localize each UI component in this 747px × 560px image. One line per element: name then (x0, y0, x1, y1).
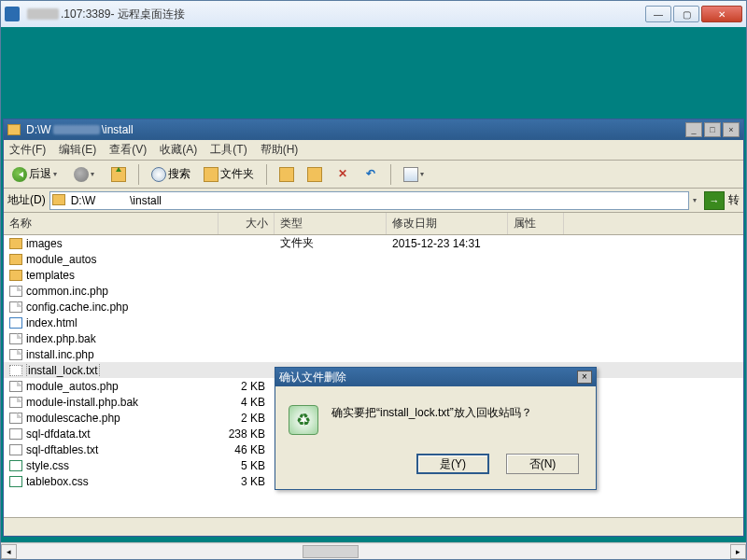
file-icon (9, 460, 22, 471)
explorer-window: D:\W \install _ □ × 文件(F) 编辑(E) 查看(V) 收藏… (3, 119, 744, 537)
file-icon (9, 365, 22, 376)
file-name: modulescache.php (26, 412, 120, 425)
scroll-track[interactable] (17, 544, 730, 559)
file-icon (9, 286, 22, 297)
rdp-titlebar[interactable]: .107:3389 - 远程桌面连接 — ▢ ✕ (1, 1, 746, 27)
forward-button[interactable]: ▾ (69, 164, 103, 185)
up-button[interactable] (106, 164, 131, 185)
col-type[interactable]: 类型 (275, 213, 387, 234)
rdp-window: .107:3389 - 远程桌面连接 — ▢ ✕ D:\W \install _… (0, 0, 747, 560)
menu-tools[interactable]: 工具(T) (210, 142, 247, 158)
file-icon (9, 301, 22, 313)
file-size: 5 KB (218, 459, 275, 472)
file-size: 3 KB (218, 475, 275, 488)
col-size[interactable]: 大小 (218, 213, 275, 234)
undo-icon: ↶ (363, 167, 378, 182)
file-icon (9, 238, 22, 249)
dialog-titlebar[interactable]: 确认文件删除 × (275, 368, 596, 386)
file-row[interactable]: index.php.bak (4, 330, 743, 346)
file-icon (9, 428, 22, 440)
menu-edit[interactable]: 编辑(E) (59, 142, 96, 158)
file-name: install.inc.php (26, 348, 94, 361)
chevron-down-icon[interactable]: ▾ (693, 196, 700, 204)
file-row[interactable]: install.inc.php (4, 346, 743, 362)
move-to-button[interactable] (275, 164, 299, 185)
scroll-left-button[interactable]: ◂ (1, 544, 17, 559)
blurred-text (27, 8, 59, 20)
search-button[interactable]: 搜索 (147, 164, 195, 185)
chevron-down-icon: ▾ (91, 170, 98, 178)
file-name: install_lock.txt (26, 364, 100, 377)
file-row[interactable]: index.html (4, 315, 743, 330)
file-type: 文件夹 (275, 235, 387, 251)
file-icon (9, 397, 22, 408)
file-icon (9, 444, 22, 455)
file-name: templates (26, 269, 75, 282)
separator (266, 164, 267, 185)
menu-file[interactable]: 文件(F) (9, 142, 46, 158)
col-attr[interactable]: 属性 (508, 213, 564, 234)
scroll-right-button[interactable]: ▸ (730, 544, 746, 559)
copy-icon (307, 167, 322, 182)
file-name: module_autos (26, 253, 96, 266)
file-icon (9, 270, 22, 281)
explorer-minimize-button[interactable]: _ (685, 122, 702, 137)
file-icon (9, 254, 22, 265)
copy-to-button[interactable] (303, 164, 327, 185)
no-button[interactable]: 否(N) (506, 454, 579, 474)
views-button[interactable]: ▾ (399, 164, 432, 185)
separator (138, 164, 139, 185)
file-row[interactable]: common.inc.php (4, 283, 743, 299)
toolbar: 后退▾ ▾ 搜索 文件夹 ✕ ↶ ▾ (4, 161, 743, 189)
file-name: config.cache.inc.php (26, 301, 128, 314)
horizontal-scrollbar[interactable]: ◂ ▸ (1, 542, 746, 559)
minimize-button[interactable]: — (645, 6, 671, 22)
explorer-title-prefix: D:\W (26, 123, 51, 136)
explorer-title-suffix: \install (102, 123, 134, 136)
go-button[interactable]: → (704, 191, 725, 210)
views-icon (403, 167, 418, 182)
file-size: 238 KB (218, 427, 275, 441)
file-row[interactable]: module_autos (4, 251, 743, 267)
col-date[interactable]: 修改日期 (387, 213, 508, 234)
explorer-titlebar[interactable]: D:\W \install _ □ × (4, 119, 743, 140)
menu-view[interactable]: 查看(V) (109, 142, 147, 158)
scroll-thumb[interactable] (303, 545, 359, 558)
dialog-close-button[interactable]: × (577, 371, 592, 384)
explorer-close-button[interactable]: × (723, 122, 740, 137)
delete-button[interactable]: ✕ (331, 164, 355, 185)
close-button[interactable]: ✕ (701, 6, 742, 22)
file-name: style.css (26, 459, 69, 472)
file-icon (9, 381, 22, 392)
up-icon (111, 167, 126, 182)
file-size: 4 KB (218, 396, 275, 409)
delete-icon: ✕ (335, 167, 350, 182)
yes-button[interactable]: 是(Y) (416, 454, 489, 474)
rdp-icon (5, 7, 20, 21)
file-name: index.php.bak (26, 332, 96, 345)
file-icon (9, 333, 22, 344)
menu-help[interactable]: 帮助(H) (261, 142, 299, 158)
explorer-maximize-button[interactable]: □ (704, 122, 721, 137)
maximize-button[interactable]: ▢ (673, 6, 699, 22)
address-bar: 地址(D) ▾ → 转 (4, 189, 743, 213)
file-row[interactable]: templates (4, 267, 743, 283)
rdp-title-ip: .107:3389 (61, 7, 110, 21)
back-button[interactable]: 后退▾ (7, 164, 65, 185)
file-name: module-install.php.bak (26, 396, 138, 409)
file-date: 2015-12-23 14:31 (387, 237, 508, 250)
file-size: 2 KB (218, 380, 275, 393)
file-row[interactable]: config.cache.inc.php (4, 299, 743, 315)
blurred-text (53, 125, 100, 134)
undo-button[interactable]: ↶ (359, 164, 383, 185)
address-input[interactable] (49, 191, 689, 210)
col-name[interactable]: 名称 (4, 213, 218, 234)
separator (390, 164, 391, 185)
recycle-icon (289, 405, 318, 435)
forward-icon (74, 167, 89, 182)
menu-favorites[interactable]: 收藏(A) (160, 142, 197, 158)
folders-button[interactable]: 文件夹 (199, 164, 259, 185)
file-name: index.html (26, 316, 78, 329)
address-label: 地址(D) (7, 192, 46, 208)
file-row[interactable]: images文件夹2015-12-23 14:31 (4, 235, 743, 251)
